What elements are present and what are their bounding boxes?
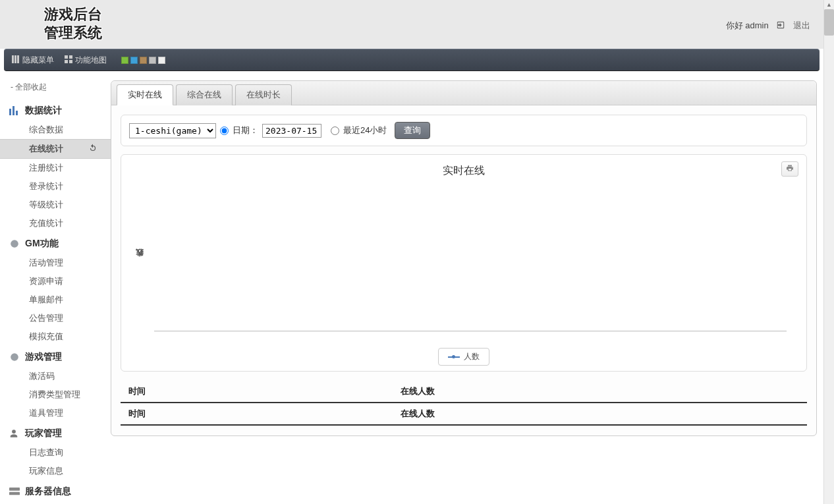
nav-item-label: 活动管理: [29, 258, 63, 267]
nav-item-label: 注册统计: [29, 163, 63, 173]
nav-item-资源申请[interactable]: 资源申请: [0, 272, 111, 291]
collapse-all-button[interactable]: - 全部收起: [9, 78, 111, 99]
tab-bar: 实时在线综合在线在线时长: [111, 81, 816, 105]
table-header-cell: 在线人数: [393, 381, 807, 403]
svg-rect-10: [9, 488, 20, 491]
chart-title: 实时在线: [128, 161, 800, 188]
tab-在线时长[interactable]: 在线时长: [235, 84, 292, 105]
nav-item-label: 充值统计: [29, 218, 63, 228]
table-footer-cell: 在线人数: [393, 403, 807, 425]
svg-rect-4: [69, 55, 72, 59]
header: 游戏后台 管理系统 你好 admin 退出: [0, 0, 823, 49]
table-header-cell: 时间: [121, 381, 393, 403]
data-table: 时间在线人数 时间在线人数: [121, 381, 807, 426]
nav-group-label: 数据统计: [25, 105, 62, 117]
nav-group-游戏管理[interactable]: 游戏管理: [9, 346, 111, 367]
svg-rect-3: [65, 55, 68, 59]
date-input[interactable]: [262, 124, 321, 138]
top-toolbar: 隐藏菜单 功能地图: [4, 49, 820, 71]
nav-item-label: 登录统计: [29, 181, 63, 191]
nav-group-GM功能[interactable]: GM功能: [9, 233, 111, 254]
svg-rect-1: [14, 55, 16, 63]
nav-item-公告管理[interactable]: 公告管理: [0, 309, 111, 327]
print-button[interactable]: [781, 161, 798, 177]
mode-24h-radio[interactable]: [331, 126, 339, 135]
svg-rect-5: [65, 60, 68, 63]
nav-group-label: 服务器信息: [25, 486, 71, 497]
columns-icon: [12, 55, 20, 65]
nav-item-label: 激活码: [29, 371, 55, 381]
toggle-menu-label: 隐藏菜单: [22, 55, 54, 66]
nav-item-消费类型管理[interactable]: 消费类型管理: [0, 385, 111, 404]
mode-date-radio[interactable]: [220, 126, 229, 135]
nav-group-玩家管理[interactable]: 玩家管理: [9, 422, 111, 443]
logo-line-1: 游戏后台: [30, 5, 116, 24]
chart-legend[interactable]: 人数: [438, 348, 489, 366]
nav-item-日志查询[interactable]: 日志查询: [0, 443, 111, 462]
nav-item-注册统计[interactable]: 注册统计: [0, 159, 111, 177]
svg-rect-6: [69, 60, 72, 63]
nav-item-登录统计[interactable]: 登录统计: [0, 177, 111, 196]
nav-item-label: 等级统计: [29, 200, 63, 210]
theme-swatch[interactable]: [121, 57, 128, 64]
page-scrollbar[interactable]: ▲ ▼: [823, 0, 834, 504]
mode-24h-label: 最近24小时: [343, 125, 387, 136]
tab-实时在线[interactable]: 实时在线: [117, 84, 173, 105]
sitemap-button[interactable]: 功能地图: [65, 55, 107, 66]
user-icon: [9, 429, 21, 438]
nav-group-数据统计[interactable]: 数据统计: [9, 99, 111, 121]
refresh-icon: [88, 144, 97, 155]
header-user-area: 你好 admin 退出: [726, 20, 810, 32]
nav-item-label: 在线统计: [29, 143, 63, 155]
chart-container: 实时在线 在线人数 人数: [121, 154, 807, 372]
mode-date-label: 日期：: [233, 125, 258, 136]
nav-item-渠道管理[interactable]: 渠道管理: [0, 501, 111, 504]
theme-swatch[interactable]: [140, 57, 147, 64]
sidebar: - 全部收起 数据统计综合数据在线统计注册统计登录统计等级统计充值统计GM功能活…: [0, 71, 111, 504]
nav-group-服务器信息[interactable]: 服务器信息: [9, 480, 111, 501]
nav-item-label: 模拟充值: [29, 331, 63, 341]
theme-swatch[interactable]: [130, 57, 138, 64]
nav-item-模拟充值[interactable]: 模拟充值: [0, 327, 111, 346]
query-button[interactable]: 查询: [395, 122, 430, 139]
logo-line-2: 管理系统: [30, 24, 116, 42]
nav-item-充值统计[interactable]: 充值统计: [0, 214, 111, 233]
greeting-text: 你好 admin: [726, 20, 769, 30]
nav-item-label: 综合数据: [29, 125, 63, 134]
nav-item-单服邮件[interactable]: 单服邮件: [0, 291, 111, 309]
printer-icon: [785, 164, 794, 174]
theme-swatch[interactable]: [149, 57, 156, 64]
sitemap-label: 功能地图: [75, 55, 107, 66]
legend-line-icon: [448, 356, 460, 358]
nav-item-激活码[interactable]: 激活码: [0, 367, 111, 385]
tab-综合在线[interactable]: 综合在线: [176, 84, 233, 105]
legend-series-label: 人数: [464, 351, 480, 362]
theme-swatch[interactable]: [158, 57, 165, 64]
svg-rect-8: [13, 106, 14, 115]
nav-item-在线统计[interactable]: 在线统计: [0, 139, 111, 159]
scroll-up-arrow[interactable]: ▲: [824, 0, 834, 9]
nav-item-综合数据[interactable]: 综合数据: [0, 121, 111, 139]
nav-group-label: 玩家管理: [25, 428, 62, 439]
theme-swatches: [121, 57, 165, 64]
nav-item-等级统计[interactable]: 等级统计: [0, 196, 111, 214]
server-select[interactable]: 1-ceshi(game): [129, 123, 216, 138]
logout-link[interactable]: 退出: [793, 20, 810, 30]
toggle-menu-button[interactable]: 隐藏菜单: [12, 55, 54, 66]
nav-item-label: 玩家信息: [29, 466, 63, 476]
nav-item-label: 公告管理: [29, 313, 63, 323]
nav-item-label: 单服邮件: [29, 294, 63, 304]
scroll-thumb[interactable]: [824, 9, 834, 36]
app-logo: 游戏后台 管理系统: [30, 5, 116, 42]
chart-plot-area: [154, 194, 787, 331]
logout-icon: [776, 20, 785, 32]
tab-panel: 实时在线综合在线在线时长 1-ceshi(game) 日期： 最近24小时 查询: [111, 80, 817, 436]
nav-item-活动管理[interactable]: 活动管理: [0, 254, 111, 272]
main-content: 实时在线综合在线在线时长 1-ceshi(game) 日期： 最近24小时 查询: [111, 71, 823, 504]
nav-group-label: GM功能: [25, 238, 59, 250]
nav-item-道具管理[interactable]: 道具管理: [0, 404, 111, 422]
nav-item-玩家信息[interactable]: 玩家信息: [0, 462, 111, 480]
svg-rect-7: [9, 109, 11, 115]
svg-rect-9: [16, 111, 18, 115]
bars-icon: [9, 106, 21, 115]
